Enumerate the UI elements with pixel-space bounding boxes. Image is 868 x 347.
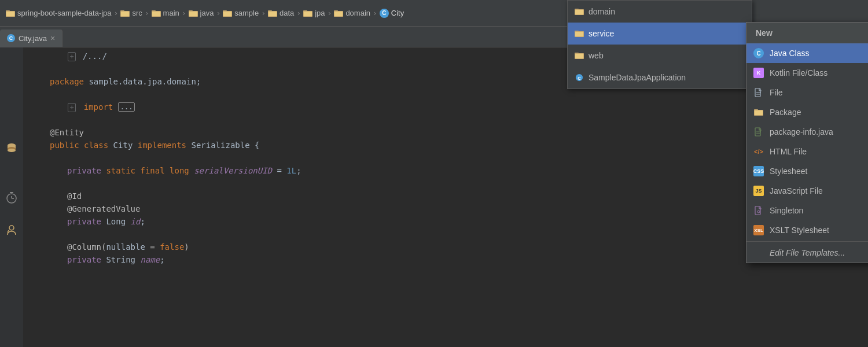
code-line-column: @Column(nullable = false) [29,241,868,253]
menu-item-kotlin[interactable]: K Kotlin File/Class [746,63,868,83]
code-line-blank3 [29,113,868,126]
folder-item-domain[interactable]: domain [568,1,752,23]
code-line-import-fold: + import ... [29,101,868,113]
svg-rect-17 [269,12,277,16]
breadcrumb-city-label: City [391,9,404,17]
svg-point-28 [8,149,16,152]
breadcrumb-sep-2: › [182,9,186,17]
menu-item-css[interactable]: CSS Stylesheet [746,161,868,181]
breadcrumb-sep-7: › [373,9,377,17]
menu-separator [746,241,868,242]
breadcrumb-java[interactable]: java [189,9,214,17]
folder-item-service[interactable]: service [568,23,752,45]
breadcrumb-project-label: spring-boot-sample-data-jpa [17,9,112,17]
folder-web-label: web [589,51,604,60]
breadcrumb-main[interactable]: main [152,9,179,17]
svg-rect-2 [6,12,14,16]
kotlin-icon: K [753,68,764,78]
breadcrumb-domain[interactable]: domain [334,9,370,17]
fold-indicator[interactable]: + [68,52,75,61]
breadcrumb-city[interactable]: C City [380,9,404,18]
breadcrumb-project[interactable]: spring-boot-sample-data-jpa [6,9,112,17]
package-icon [753,107,764,117]
person-icon [6,224,17,236]
timer-icon [6,192,17,204]
edit-templates-icon [753,248,764,258]
svg-rect-11 [189,12,197,16]
import-fold-indicator[interactable]: + [68,103,75,112]
svg-rect-29 [10,192,13,193]
breadcrumb-sep-6: › [328,9,332,17]
breadcrumb-sep-4: › [261,9,266,17]
svg-rect-43 [575,54,583,58]
xslt-icon: XSL [753,225,764,235]
breadcrumb-java-label: java [200,9,214,17]
editor-gutter [0,47,23,347]
breadcrumb-src[interactable]: src [120,9,142,17]
breadcrumb-main-label: main [163,9,179,17]
svg-rect-40 [575,32,583,36]
new-menu: New C Java Class K Kotlin File/Class [746,22,868,263]
svg-rect-37 [575,10,583,14]
folder-domain-label: domain [589,7,615,16]
css-icon: CSS [753,166,764,176]
breadcrumb-sample-label: sample [234,9,259,17]
menu-item-edit-templates[interactable]: Edit File Templates... [746,243,868,263]
code-line-id-field: private Long id; [29,215,868,228]
code-line-serialuid: private static final long serialVersionU… [29,164,868,177]
breadcrumb-sep-3: › [216,9,220,17]
menu-item-package[interactable]: Package [746,102,868,122]
menu-item-js[interactable]: JS JavaScript File [746,181,868,201]
folder-app-label: SampleDataJpaApplication [589,73,686,82]
breadcrumb-sep-1: › [145,9,149,17]
folder-list: domain service web [567,0,752,89]
code-line-blank5 [29,177,868,190]
pkginfo-icon [753,127,764,137]
menu-item-file[interactable]: File [746,83,868,102]
breadcrumb-data[interactable]: data [268,9,294,17]
folder-service-label: service [589,29,614,38]
breadcrumb-jpa[interactable]: jpa [303,9,325,17]
singleton-icon [753,205,764,216]
code-line-entity: @Entity [29,126,868,139]
new-menu-header: New [746,23,868,43]
breadcrumb-sep-5: › [296,9,301,17]
breadcrumb-src-label: src [132,9,142,17]
database-icon [6,142,17,154]
menu-item-singleton[interactable]: Singleton [746,201,868,220]
dropdown-overlay: domain service web [567,0,752,89]
tab-close-button[interactable]: × [50,34,55,42]
svg-rect-14 [223,12,231,16]
tab-class-icon: C [7,34,15,42]
svg-rect-51 [755,110,763,115]
breadcrumb-domain-label: domain [345,9,370,17]
menu-item-xslt[interactable]: XSL XSLT Stylesheet [746,220,868,240]
svg-rect-20 [304,12,312,16]
folder-item-web[interactable]: web [568,45,752,67]
code-editor[interactable]: + /.../ package sample.data.jpa.domain; … [23,47,868,347]
tab-label: City.java [19,34,47,43]
js-icon: JS [753,186,764,196]
city-class-icon: C [380,9,389,18]
menu-item-html[interactable]: </> HTML File [746,142,868,161]
menu-item-java-class[interactable]: C Java Class [746,43,868,63]
svg-point-56 [757,211,760,213]
menu-item-pkginfo[interactable]: package-info.java [746,122,868,142]
tab-city-java[interactable]: C City.java × [0,29,62,47]
breadcrumb-sep-0: › [114,9,119,17]
folder-item-app[interactable]: C SampleDataJpaApplication [568,67,752,88]
svg-rect-5 [121,12,129,16]
svg-rect-23 [334,12,343,16]
code-line-generatedvalue: @GeneratedValue [29,202,868,215]
code-line-name-field: private String name; [29,253,868,266]
java-class-icon: C [753,48,764,58]
code-line-blank2 [29,88,868,101]
code-line-id: @Id [29,190,868,202]
code-line-blank4 [29,152,868,164]
code-line-class-decl: public class City implements Serializabl… [29,139,868,152]
breadcrumb-sample[interactable]: sample [223,9,259,17]
svg-text:C: C [578,76,581,81]
breadcrumb-data-label: data [279,9,294,17]
breadcrumb-jpa-label: jpa [315,9,325,17]
svg-point-33 [9,226,14,230]
